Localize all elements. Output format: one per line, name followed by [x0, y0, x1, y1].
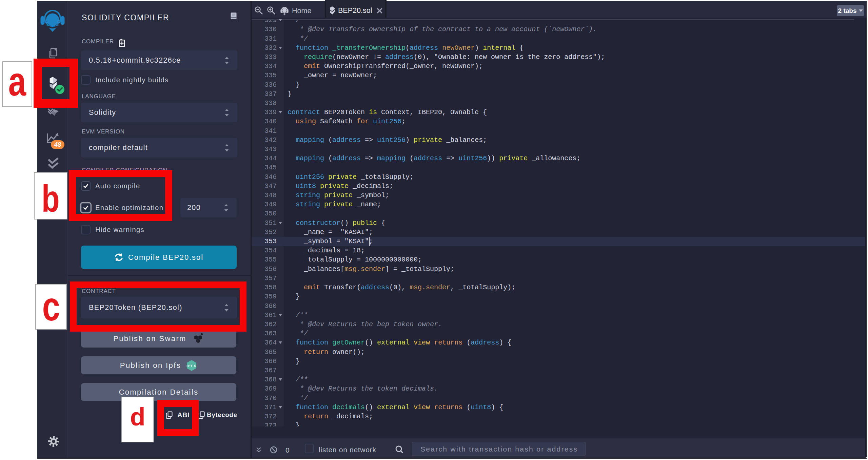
svg-text:IPFS: IPFS: [186, 364, 197, 368]
